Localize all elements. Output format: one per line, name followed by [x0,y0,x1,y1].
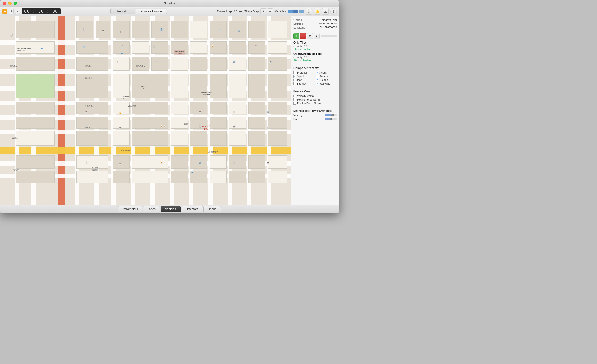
comp-routes: ✓ Routes [316,79,337,81]
block-14 [210,21,227,38]
block-18 [76,41,108,54]
block-95 [190,171,207,183]
comp-map-checkbox[interactable]: ✓ [293,79,296,81]
dst-slider-knob [330,118,332,120]
block-2 [16,41,55,54]
block-65 [210,117,227,129]
block-82 [113,155,130,169]
layer-grid-tiles: Grid Tiles Opacity: 1.00 Status: Enabled [293,41,337,51]
block-61 [113,117,130,129]
block-55 [210,102,227,114]
comp-sensor-checkbox[interactable]: ✓ [316,75,319,78]
block-81 [76,155,108,169]
move-up-button[interactable]: ▲ [314,33,320,39]
tab-vehicles[interactable]: Vehicles [161,206,181,212]
forces-view-title: Forces View [293,90,337,93]
block-51 [113,102,130,114]
dst-slider-bar [325,118,337,120]
block-30 [76,57,108,71]
block-86 [210,155,227,169]
maximize-button[interactable] [14,2,17,5]
help-button[interactable]: ? [330,8,337,15]
remove-layer-button[interactable]: − [300,33,306,39]
layer-toggle[interactable] [321,35,337,37]
block-26 [248,41,265,54]
stop-button[interactable]: ■ [15,9,20,14]
block-72 [132,131,168,146]
force-friction-checkbox[interactable] [293,102,296,105]
block-68 [268,117,287,129]
comp-walkway-checkbox[interactable]: ✓ [316,82,319,85]
components-view-title: Components View [293,66,337,70]
zoom-in-button[interactable]: + [260,8,266,14]
block-48 [268,74,287,98]
force-friction-norm: Friction Force Norm [293,102,337,105]
comp-map-label: Map [297,79,302,81]
bell-icon-button[interactable]: 🔔 [314,8,320,15]
pause-button[interactable]: ⏸ [9,9,14,14]
play-button[interactable]: ▶ [2,9,7,14]
window-title: Simultra [164,1,175,5]
layer-osm-tiles: OpenStreetMap Tiles Opacity: 1.00 Status… [293,52,337,62]
tab-lanes[interactable]: Lanes [143,206,160,212]
force-motive-checkbox[interactable] [293,98,296,101]
comp-synch-checkbox[interactable]: ✓ [293,75,296,78]
tab-debug[interactable]: Debug [203,206,221,212]
lat-label: Latitude [293,22,303,25]
comp-protocol-label: Protocol [297,71,307,74]
zoom-out-button[interactable]: − [267,8,273,14]
move-down-button[interactable]: ▼ [307,33,313,39]
block-71 [113,131,130,146]
vehicle-icon-3 [299,10,304,13]
macro-flow-title: Macroscopic Flow Parameters [293,109,337,112]
block-37 [229,57,246,71]
tab-physics-engine[interactable]: Physics Engine [135,8,167,14]
block-75 [210,131,227,146]
zoom-controls: + − [260,8,273,14]
macro-velocity-slider[interactable] [325,114,337,116]
block-11 [151,21,168,38]
block-87 [229,155,246,169]
block-25 [229,41,246,54]
force-velocity-vector: Velocity Vector [293,95,337,97]
comp-routes-checkbox[interactable]: ✓ [316,79,319,81]
vehicle-icons [288,10,304,13]
tab-simulation[interactable]: Simulation [110,8,135,14]
block-31 [113,57,130,71]
comp-protocol-checkbox[interactable] [293,71,296,74]
cloud-icon-button[interactable]: ☁ [322,8,329,15]
block-34 [171,57,188,71]
block-15 [229,21,246,38]
block-50 [76,102,108,114]
geoloc-section: Geoloc: Nagoya_sim Latitude 136.90100000… [293,18,337,29]
block-23 [190,41,207,54]
block-73 [171,131,188,146]
tab-detectors[interactable]: Detectors [181,206,203,212]
comp-agent-checkbox[interactable]: ✓ [316,71,319,74]
block-4 [16,102,55,114]
block-56 [229,102,246,114]
add-layer-button[interactable]: + [293,33,299,39]
comp-intersect-checkbox[interactable] [293,82,296,85]
block-32 [132,57,149,71]
comp-agent-label: Agent [320,71,327,74]
minimize-button[interactable] [8,2,12,5]
block-19 [113,41,130,54]
layer-grid-status: Status: Enabled [293,48,337,51]
block-12 [171,21,188,38]
map-area[interactable]: MITSUISEIMEINAGOYA P P P P P STANDINGPIN… [0,16,291,205]
online-map-value: 17 [234,10,237,13]
close-button[interactable] [3,2,6,5]
person-icon-button[interactable]: 🚶 [306,8,312,15]
block-76 [229,131,246,146]
bottom-tabs: Parameters Lanes Vehicles Detectors Debu… [0,205,339,213]
divider-3 [293,87,337,87]
geoloc-row: Geoloc: Nagoya_sim [293,18,337,21]
block-16 [248,21,265,38]
macro-dst-slider[interactable] [325,118,337,120]
block-21 [151,41,168,54]
macro-velocity-label: Velocity [293,114,303,117]
force-velocity-checkbox[interactable] [293,95,296,97]
tab-parameters[interactable]: Parameters [118,206,142,212]
block-46 [229,74,246,98]
